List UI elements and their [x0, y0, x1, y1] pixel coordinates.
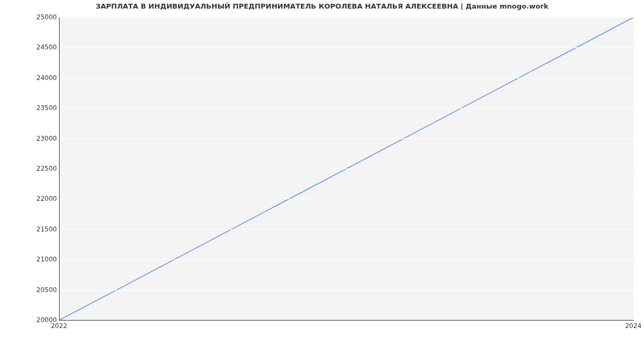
y-tick-label: 24000 — [9, 74, 57, 82]
y-tick-label: 21500 — [9, 226, 57, 233]
y-tick-label: 22000 — [9, 195, 57, 202]
chart-title: ЗАРПЛАТА В ИНДИВИДУАЛЬНЫЙ ПРЕДПРИНИМАТЕЛ… — [0, 2, 644, 10]
y-tick-label: 24500 — [9, 43, 57, 51]
y-tick-label: 20000 — [9, 316, 57, 324]
y-tick-label: 25000 — [9, 13, 57, 21]
y-tick-label: 23000 — [9, 135, 57, 142]
x-tick-label: 2022 — [51, 322, 68, 330]
grid-line — [60, 259, 634, 260]
grid-line — [60, 169, 634, 169]
plot-area — [59, 17, 634, 321]
chart-figure: ЗАРПЛАТА В ИНДИВИДУАЛЬНЫЙ ПРЕДПРИНИМАТЕЛ… — [0, 0, 644, 349]
grid-line — [60, 229, 634, 230]
grid-line — [60, 139, 634, 139]
y-tick-label: 20500 — [9, 286, 57, 294]
x-tick-label: 2024 — [625, 322, 642, 330]
y-tick-label: 21000 — [9, 256, 57, 263]
grid-line — [60, 320, 634, 321]
y-tick-label: 22500 — [9, 165, 57, 172]
grid-line — [60, 108, 634, 108]
grid-line — [60, 17, 634, 18]
grid-line — [60, 78, 634, 78]
grid-line — [60, 47, 634, 48]
y-tick-label: 23500 — [9, 104, 57, 112]
grid-line — [60, 290, 634, 290]
grid-line — [60, 199, 634, 199]
